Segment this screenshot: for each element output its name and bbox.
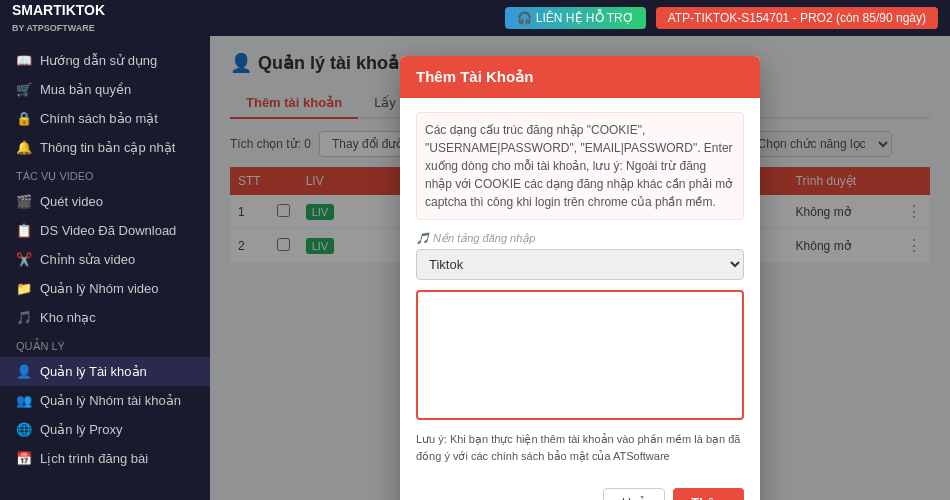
sidebar-label-music: Kho nhạc — [40, 310, 96, 325]
book-icon: 📖 — [16, 53, 32, 68]
folder-icon: 📁 — [16, 281, 32, 296]
main-content: 👤 Quản lý tài khoản Thêm tài khoản Lấy c… — [210, 36, 950, 500]
cancel-button[interactable]: Huỷ — [603, 488, 666, 500]
modal-footer: Huỷ Thêm — [400, 478, 760, 500]
sidebar-item-proxy[interactable]: 🌐 Quản lý Proxy — [0, 415, 210, 444]
tiktok-brand-icon: 🎵 — [416, 232, 430, 244]
sidebar-label-edit-video: Chỉnh sửa video — [40, 252, 135, 267]
sidebar-item-video-groups[interactable]: 📁 Quản lý Nhóm video — [0, 274, 210, 303]
modal-description: Các dạng cấu trúc đăng nhập "COOKIE", "U… — [416, 112, 744, 220]
sidebar-section-video: 🎬 Quét video 📋 DS Video Đã Download ✂️ C… — [0, 187, 210, 332]
bell-icon: 🔔 — [16, 140, 32, 155]
modal-title: Thêm Tài Khoản — [416, 68, 533, 85]
sidebar-section-video-label: Tác vụ video — [0, 162, 210, 187]
sidebar-item-purchase[interactable]: 🛒 Mua bản quyền — [0, 75, 210, 104]
modal-description-text: Các dạng cấu trúc đăng nhập "COOKIE", "U… — [425, 123, 733, 209]
sidebar-item-edit-video[interactable]: ✂️ Chỉnh sửa video — [0, 245, 210, 274]
sidebar-label-privacy: Chính sách bảo mật — [40, 111, 158, 126]
video-icon: 🎬 — [16, 194, 32, 209]
platform-select[interactable]: Tiktok Youtube Facebook — [416, 249, 744, 280]
sidebar-item-scan-video[interactable]: 🎬 Quét video — [0, 187, 210, 216]
sidebar-label-proxy: Quản lý Proxy — [40, 422, 122, 437]
topbar-right: 🎧 LIÊN HỆ HỖ TRỢ ATP-TIKTOK-S154701 - PR… — [505, 7, 938, 29]
account-textarea[interactable] — [416, 290, 744, 420]
music-icon: 🎵 — [16, 310, 32, 325]
sidebar-section-general: 📖 Hướng dẫn sử dụng 🛒 Mua bản quyền 🔒 Ch… — [0, 46, 210, 162]
sidebar-label-downloaded: DS Video Đã Download — [40, 223, 176, 238]
support-button[interactable]: 🎧 LIÊN HỆ HỖ TRỢ — [505, 7, 646, 29]
modal-note: Lưu ý: Khi bạn thực hiện thêm tài khoản … — [416, 431, 744, 464]
sidebar-item-downloaded[interactable]: 📋 DS Video Đã Download — [0, 216, 210, 245]
sidebar-item-schedule[interactable]: 📅 Lịch trình đăng bài — [0, 444, 210, 473]
lock-icon: 🔒 — [16, 111, 32, 126]
logo-text: SMARTIKTOK — [12, 2, 105, 18]
cancel-label: Huỷ — [622, 495, 647, 500]
layout: 📖 Hướng dẫn sử dụng 🛒 Mua bản quyền 🔒 Ch… — [0, 36, 950, 500]
topbar-left: SMARTIKTOK BY ATPSOFTWARE — [12, 2, 105, 34]
globe-icon: 🌐 — [16, 422, 32, 437]
modal-overlay: Thêm Tài Khoản Các dạng cấu trúc đăng nh… — [210, 36, 950, 500]
user-icon: 👤 — [16, 364, 32, 379]
list-icon: 📋 — [16, 223, 32, 238]
submit-label: Thêm — [691, 495, 726, 500]
logo: SMARTIKTOK BY ATPSOFTWARE — [12, 2, 105, 34]
sidebar-item-privacy[interactable]: 🔒 Chính sách bảo mật — [0, 104, 210, 133]
modal-body: Các dạng cấu trúc đăng nhập "COOKIE", "U… — [400, 98, 760, 478]
sidebar-label-scan-video: Quét video — [40, 194, 103, 209]
cart-icon: 🛒 — [16, 82, 32, 97]
sidebar-section-manage: 👤 Quản lý Tài khoản 👥 Quản lý Nhóm tài k… — [0, 357, 210, 473]
sidebar-item-accounts[interactable]: 👤 Quản lý Tài khoản — [0, 357, 210, 386]
sidebar-label-guide: Hướng dẫn sử dụng — [40, 53, 157, 68]
sidebar-label-updates: Thông tin bản cập nhật — [40, 140, 175, 155]
sidebar-item-account-groups[interactable]: 👥 Quản lý Nhóm tài khoản — [0, 386, 210, 415]
headset-icon: 🎧 — [517, 11, 532, 25]
sidebar-label-purchase: Mua bản quyền — [40, 82, 131, 97]
modal-add-account: Thêm Tài Khoản Các dạng cấu trúc đăng nh… — [400, 56, 760, 500]
sidebar-label-accounts: Quản lý Tài khoản — [40, 364, 147, 379]
scissors-icon: ✂️ — [16, 252, 32, 267]
sidebar-label-account-groups: Quản lý Nhóm tài khoản — [40, 393, 181, 408]
sidebar-item-guide[interactable]: 📖 Hướng dẫn sử dụng — [0, 46, 210, 75]
support-label: LIÊN HỆ HỖ TRỢ — [536, 11, 634, 25]
platform-field-label: 🎵 Nền tảng đăng nhập — [416, 232, 744, 245]
calendar-icon: 📅 — [16, 451, 32, 466]
submit-button[interactable]: Thêm — [673, 488, 744, 500]
sidebar-label-schedule: Lịch trình đăng bài — [40, 451, 148, 466]
sidebar-label-video-groups: Quản lý Nhóm video — [40, 281, 159, 296]
logo-sub: BY ATPSOFTWARE — [12, 23, 95, 33]
sidebar-item-updates[interactable]: 🔔 Thông tin bản cập nhật — [0, 133, 210, 162]
sidebar: 📖 Hướng dẫn sử dụng 🛒 Mua bản quyền 🔒 Ch… — [0, 36, 210, 500]
topbar: SMARTIKTOK BY ATPSOFTWARE 🎧 LIÊN HỆ HỖ T… — [0, 0, 950, 36]
platform-label-text: Nền tảng đăng nhập — [433, 232, 535, 244]
users-icon: 👥 — [16, 393, 32, 408]
sidebar-item-music[interactable]: 🎵 Kho nhạc — [0, 303, 210, 332]
sidebar-section-manage-label: Quản lý — [0, 332, 210, 357]
modal-header: Thêm Tài Khoản — [400, 56, 760, 98]
user-button[interactable]: ATP-TIKTOK-S154701 - PRO2 (còn 85/90 ngà… — [656, 7, 938, 29]
modal-note-text: Lưu ý: Khi bạn thực hiện thêm tài khoản … — [416, 433, 740, 462]
user-label: ATP-TIKTOK-S154701 - PRO2 (còn 85/90 ngà… — [668, 11, 926, 25]
